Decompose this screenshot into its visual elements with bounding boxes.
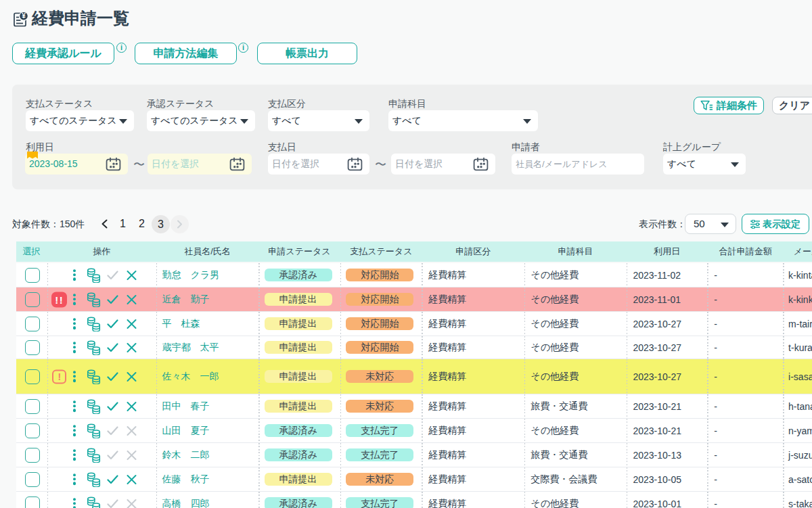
svg-text:¥: ¥	[22, 12, 26, 20]
